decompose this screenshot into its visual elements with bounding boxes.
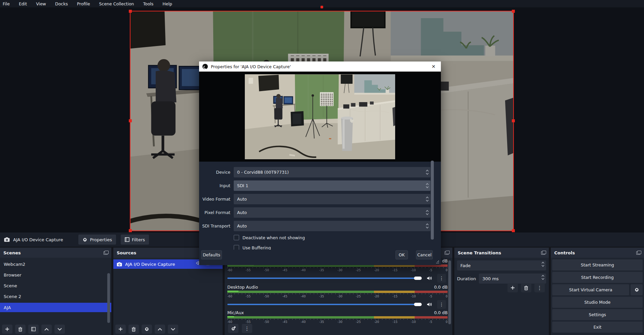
sdi-transport-value: Auto: [237, 223, 247, 228]
gear-icon: [82, 237, 87, 242]
defaults-button[interactable]: Defaults: [201, 250, 222, 259]
advanced-audio-button[interactable]: [228, 324, 238, 333]
properties-dialog: Properties for 'AJA I/O Device Capture' …: [199, 61, 441, 265]
cancel-button[interactable]: Cancel: [416, 250, 433, 259]
scene-down-button[interactable]: [54, 325, 65, 334]
rotate-handle[interactable]: [320, 6, 323, 8]
transition-menu-button[interactable]: ⋮: [534, 283, 545, 292]
filters-button[interactable]: Filters: [121, 235, 149, 245]
spinner-arrows[interactable]: [541, 275, 544, 280]
spinner-arrows[interactable]: [541, 262, 544, 267]
source-preview: [245, 74, 395, 159]
remove-scene-button[interactable]: [15, 325, 26, 334]
slider-knob[interactable]: [414, 277, 422, 280]
spinner-arrows: [426, 210, 429, 215]
menu-help[interactable]: Help: [162, 1, 172, 6]
menu-scene-collection[interactable]: Scene Collection: [99, 1, 134, 6]
resize-handle-mid-right[interactable]: [512, 119, 515, 122]
popout-icon[interactable]: [104, 251, 109, 255]
menu-profile[interactable]: Profile: [77, 1, 90, 6]
remove-transition-button[interactable]: [521, 283, 531, 292]
resize-handle-top-left[interactable]: [129, 10, 132, 13]
source-down-button[interactable]: [168, 325, 178, 334]
menu-docks[interactable]: Docks: [55, 1, 68, 6]
meter-scale: -60-55-50-45-40-35-30-25-20-15-10-50: [227, 319, 448, 324]
resize-handle-mid-left[interactable]: [129, 119, 132, 122]
mixer-row-mic-aux: Mic/Aux0.0 dB -60-55-50-45-40-35-30-25-2…: [227, 310, 448, 324]
add-scene-button[interactable]: [2, 325, 12, 334]
properties-button[interactable]: Properties: [78, 235, 116, 245]
sdi-transport-select[interactable]: Auto: [234, 221, 430, 231]
input-select[interactable]: SDI 1: [234, 180, 430, 191]
settings-button[interactable]: Settings: [552, 309, 643, 320]
volume-slider[interactable]: [227, 278, 422, 279]
scene-item-aja-selected[interactable]: AJA: [0, 303, 111, 312]
menu-tools[interactable]: Tools: [143, 1, 154, 6]
remove-source-button[interactable]: [128, 325, 139, 334]
dialog-titlebar[interactable]: Properties for 'AJA I/O Device Capture' …: [199, 61, 441, 72]
speaker-icon[interactable]: [425, 274, 434, 283]
mixer-scrollbar[interactable]: [448, 260, 451, 324]
duration-label: Duration: [457, 276, 476, 281]
mixer-row-menu-button[interactable]: ⋮: [437, 300, 446, 309]
source-item-label: AJA I/O Device Capture: [125, 262, 175, 267]
meter-tick-label: -55: [246, 320, 251, 324]
meter-tick-label: 0: [446, 320, 448, 324]
use-buffering-checkbox[interactable]: [234, 245, 239, 250]
volume-meter: [227, 291, 448, 293]
scene-item-scene2[interactable]: Scene 2: [0, 292, 111, 301]
scene-item-webcam2[interactable]: Webcam2: [0, 260, 111, 268]
scene-up-button[interactable]: [41, 325, 52, 334]
popout-icon[interactable]: [445, 251, 450, 255]
source-properties-button[interactable]: [142, 325, 152, 334]
scenes-scrollbar[interactable]: [107, 273, 110, 323]
popout-icon[interactable]: [541, 251, 546, 255]
start-streaming-button[interactable]: Start Streaming: [552, 259, 643, 270]
duration-spinbox[interactable]: 300 ms: [479, 274, 546, 284]
add-transition-button[interactable]: [507, 283, 518, 292]
volume-slider[interactable]: [227, 304, 422, 305]
close-icon[interactable]: ✕: [429, 64, 438, 69]
device-select[interactable]: 0 - Corvid88 (00T97731): [234, 167, 430, 177]
virtual-camera-settings-button[interactable]: [631, 284, 643, 295]
start-virtual-camera-button[interactable]: Start Virtual Camera: [552, 284, 629, 295]
mixer-menu-button[interactable]: ⋮: [242, 324, 252, 333]
studio-mode-button[interactable]: Studio Mode: [552, 297, 643, 308]
start-recording-button[interactable]: Start Recording: [552, 272, 643, 283]
pixel-format-select[interactable]: Auto: [234, 207, 430, 218]
controls-panel: Controls Start Streaming Start Recording…: [551, 248, 644, 335]
menu-file[interactable]: File: [3, 1, 10, 6]
resize-handle-bottom-left[interactable]: [129, 229, 132, 232]
source-up-button[interactable]: [155, 325, 165, 334]
meter-tick-label: -5: [429, 268, 432, 272]
spinner-arrows: [426, 170, 429, 175]
dialog-scrollbar[interactable]: [431, 161, 434, 240]
ok-button[interactable]: OK: [395, 250, 408, 259]
menu-edit[interactable]: Edit: [19, 1, 27, 6]
meter-scale: -60-55-50-45-40-35-30-25-20-15-10-50: [227, 267, 448, 272]
use-buffering-checkbox-label: Use Buffering: [242, 245, 271, 250]
meter-tick-label: -15: [392, 268, 397, 272]
popout-icon[interactable]: [636, 251, 641, 255]
mixer-row-menu-button[interactable]: ⋮: [437, 274, 446, 283]
transitions-title: Scene Transitions: [458, 250, 501, 255]
slider-knob[interactable]: [414, 303, 422, 306]
deactivate-checkbox[interactable]: [234, 235, 239, 240]
plus-icon: [118, 327, 123, 331]
transition-select[interactable]: Fade: [457, 260, 546, 270]
resize-handle-top-right[interactable]: [512, 10, 515, 13]
meter-tick-label: -20: [374, 320, 379, 324]
add-source-button[interactable]: [115, 325, 126, 334]
dialog-resize-grip[interactable]: [436, 260, 439, 263]
scene-filters-button[interactable]: [28, 325, 39, 334]
menu-view[interactable]: View: [36, 1, 46, 6]
deactivate-checkbox-label: Deactivate when not showing: [242, 235, 305, 240]
scene-transitions-panel: Scene Transitions Fade Duration 300 ms: [454, 248, 549, 335]
exit-button[interactable]: Exit: [552, 322, 643, 333]
scene-item-scene[interactable]: Scene: [0, 281, 111, 290]
resize-handle-bottom-right[interactable]: [512, 229, 515, 232]
speaker-icon[interactable]: [425, 300, 434, 309]
scene-item-browser[interactable]: Browser: [0, 270, 111, 279]
advanced-gear-icon: [231, 326, 236, 331]
video-format-select[interactable]: Auto: [234, 194, 430, 204]
